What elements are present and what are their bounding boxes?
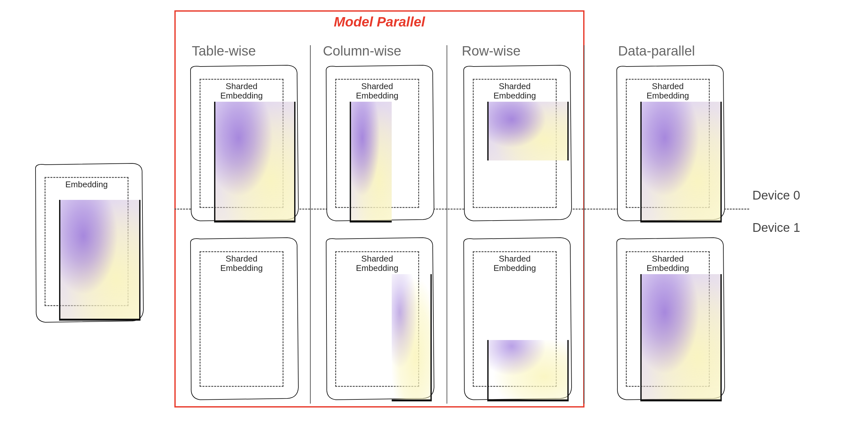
embedding-tensor: [59, 200, 141, 321]
sharded-embedding-label: Sharded Embedding: [336, 254, 418, 273]
device-0-label: Device 0: [752, 188, 800, 203]
embedding-dashbox: Sharded Embedding: [473, 251, 557, 387]
embedding-tensor-bottom-half: [487, 340, 569, 401]
sharded-embedding-label: Sharded Embedding: [627, 254, 709, 273]
sharded-embedding-label: Sharded Embedding: [336, 82, 418, 100]
embedding-label: Embedding: [45, 180, 128, 189]
embedding-tensor-full: [640, 102, 722, 222]
device-1-label: Device 1: [752, 221, 800, 235]
separator-vertical: [446, 45, 447, 404]
tensor-border: [214, 102, 296, 222]
header-row-wise: Row-wise: [462, 43, 521, 59]
embedding-tensor-full: [640, 274, 722, 401]
dataparallel-device1-panel: Sharded Embedding: [614, 236, 726, 400]
tensor-border: [640, 274, 722, 401]
embedding-dashbox: Sharded Embedding: [626, 79, 710, 208]
embedding-dashbox: Sharded Embedding: [199, 251, 283, 387]
sharded-embedding-label: Sharded Embedding: [200, 254, 283, 273]
embedding-tensor-left-half: [350, 102, 392, 222]
rowwise-device0-panel: Sharded Embedding: [461, 63, 574, 221]
sharded-embedding-label: Sharded Embedding: [474, 254, 556, 273]
embedding-tensor-right-half: [392, 274, 432, 401]
tablewise-device1-panel: Sharded Embedding: [187, 236, 300, 400]
separator-vertical: [584, 45, 585, 404]
tensor-border: [392, 274, 432, 401]
header-table-wise: Table-wise: [192, 43, 256, 59]
tablewise-device0-panel: Sharded Embedding: [187, 63, 300, 221]
embedding-tensor-top-half: [487, 102, 569, 160]
model-parallel-title: Model Parallel: [334, 14, 425, 30]
header-data-parallel: Data-parallel: [618, 43, 695, 59]
tensor-border: [487, 340, 569, 401]
embedding-dashbox: Sharded Embedding: [473, 79, 557, 208]
embedding-dashbox: Sharded Embedding: [335, 79, 419, 208]
embedding-dashbox: Embedding: [44, 177, 128, 306]
tensor-border: [640, 102, 722, 222]
tensor-border: [487, 102, 569, 160]
original-embedding-panel: Embedding: [32, 161, 145, 323]
dataparallel-device0-panel: Sharded Embedding: [614, 63, 726, 221]
embedding-tensor-full: [214, 102, 296, 222]
tensor-border: [350, 102, 392, 222]
sharded-embedding-label: Sharded Embedding: [474, 82, 556, 100]
rowwise-device1-panel: Sharded Embedding: [461, 236, 574, 400]
columnwise-device1-panel: Sharded Embedding: [323, 236, 436, 400]
columnwise-device0-panel: Sharded Embedding: [323, 63, 436, 221]
separator-vertical: [310, 45, 311, 404]
embedding-dashbox: Sharded Embedding: [626, 251, 710, 387]
header-column-wise: Column-wise: [323, 43, 401, 59]
embedding-dashbox: Sharded Embedding: [335, 251, 419, 387]
sharded-embedding-label: Sharded Embedding: [627, 82, 709, 100]
tensor-border: [59, 200, 141, 321]
embedding-dashbox: Sharded Embedding: [199, 79, 283, 208]
sharded-embedding-label: Sharded Embedding: [200, 82, 283, 100]
